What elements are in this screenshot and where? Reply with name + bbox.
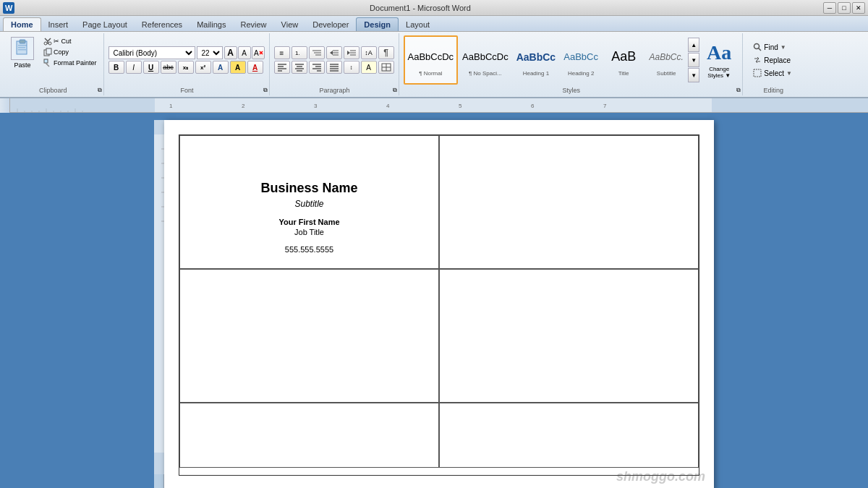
style-title-label: Title <box>618 70 629 77</box>
styles-content: AaBbCcDc ¶ Normal AaBbCcDc ¶ No Spaci...… <box>404 35 739 94</box>
card-your-name[interactable]: Your First Name <box>278 218 339 226</box>
justify-button[interactable] <box>326 61 342 74</box>
svg-text:7: 7 <box>603 103 607 109</box>
underline-button[interactable]: U <box>143 61 159 74</box>
italic-button[interactable]: I <box>126 61 142 74</box>
tab-pagelayout[interactable]: Page Layout <box>75 18 135 31</box>
copy-button[interactable]: Copy <box>41 47 99 57</box>
grow-font-button[interactable]: A <box>224 46 237 59</box>
tab-layout[interactable]: Layout <box>399 18 437 31</box>
styles-launcher[interactable]: ⧉ <box>736 87 741 94</box>
style-heading1-label: Heading 1 <box>523 70 549 77</box>
style-nospacing[interactable]: AaBbCcDc ¶ No Spaci... <box>459 35 512 85</box>
style-normal[interactable]: AaBbCcDc ¶ Normal <box>404 35 459 85</box>
svg-rect-68 <box>10 98 155 112</box>
font-launcher[interactable]: ⧉ <box>263 87 268 94</box>
style-subtitle-label: Subtitle <box>657 70 676 77</box>
style-nospacing-label: ¶ No Spaci... <box>469 70 502 77</box>
tab-developer[interactable]: Developer <box>305 18 356 31</box>
align-center-button[interactable] <box>292 61 307 74</box>
card-cell-bottom-left[interactable] <box>179 403 439 468</box>
tab-design[interactable]: Design <box>356 17 399 31</box>
align-left-button[interactable] <box>274 61 290 74</box>
line-spacing-button[interactable]: ↕ <box>344 61 359 74</box>
styles-scroll-up[interactable]: ▲ <box>688 38 699 52</box>
tab-home[interactable]: Home <box>3 17 41 31</box>
svg-point-8 <box>48 42 51 45</box>
align-row: ↕ A <box>274 61 394 74</box>
svg-rect-10 <box>46 48 51 54</box>
decrease-indent-button[interactable] <box>326 46 342 59</box>
find-button[interactable]: Find ▼ <box>750 41 795 53</box>
select-label: Select <box>764 69 784 77</box>
paste-icon <box>11 37 34 60</box>
title-bar: W Document1 - Microsoft Word ─ □ ✕ <box>0 0 868 16</box>
style-title[interactable]: AaB Title <box>603 35 644 85</box>
format-painter-button[interactable]: Format Painter <box>41 58 99 68</box>
bullets-button[interactable]: ≡ <box>274 46 290 59</box>
svg-marker-20 <box>330 51 333 55</box>
style-subtitle[interactable]: AaBbCc. Subtitle <box>645 35 687 85</box>
minimize-button[interactable]: ─ <box>823 2 836 14</box>
change-styles-button[interactable]: Aa ChangeStyles ▼ <box>700 38 738 82</box>
font-color-button[interactable]: A <box>247 61 263 74</box>
superscript-button[interactable]: x² <box>195 61 211 74</box>
tab-view[interactable]: View <box>274 18 306 31</box>
increase-indent-button[interactable] <box>344 46 359 59</box>
card-cell-bottom-right[interactable] <box>439 403 699 468</box>
cut-label: ✂ Cut <box>54 38 72 45</box>
app-icon: W <box>3 2 14 14</box>
multilevel-list-button[interactable] <box>309 46 325 59</box>
paste-button[interactable]: Paste <box>6 35 39 71</box>
text-highlight-button[interactable]: A <box>230 61 246 74</box>
styles-expand[interactable]: ▼ <box>688 68 699 82</box>
select-button[interactable]: Select ▼ <box>750 67 795 79</box>
close-button[interactable]: ✕ <box>852 2 865 14</box>
svg-text:A: A <box>254 49 259 57</box>
maximize-button[interactable]: □ <box>838 2 851 14</box>
card-cell-middle-left[interactable] <box>179 269 439 403</box>
font-name-select[interactable]: Calibri (Body) <box>109 46 195 59</box>
card-cell-top-right[interactable] <box>439 135 699 269</box>
card-phone[interactable]: 555.555.5555 <box>285 245 333 254</box>
shading-button[interactable]: A <box>361 61 377 74</box>
style-heading2[interactable]: AaBbCc Heading 2 <box>560 35 602 85</box>
svg-rect-69 <box>712 98 868 112</box>
shrink-font-button[interactable]: A <box>238 46 251 59</box>
style-heading1[interactable]: AaBbCc Heading 1 <box>513 35 559 85</box>
business-card-cell[interactable]: S Business Name Subtitle Your First Name… <box>179 135 439 269</box>
card-job-title[interactable]: Job Title <box>294 228 324 236</box>
replace-button[interactable]: Replace <box>750 54 795 66</box>
borders-button[interactable] <box>378 61 394 74</box>
tab-insert[interactable]: Insert <box>41 18 76 31</box>
bold-button[interactable]: B <box>109 61 124 74</box>
strikethrough-button[interactable]: abc <box>161 61 176 74</box>
cut-button[interactable]: ✂ Cut <box>41 36 99 46</box>
clear-format-button[interactable]: A <box>252 46 265 59</box>
tab-references[interactable]: References <box>135 18 190 31</box>
numbering-button[interactable]: 1. <box>292 46 307 59</box>
clipboard-launcher[interactable]: ⧉ <box>98 87 102 94</box>
card-cell-middle-right[interactable] <box>439 269 699 403</box>
ruler-content: 1 2 3 4 5 6 7 <box>10 98 868 112</box>
svg-text:4: 4 <box>386 103 390 109</box>
sort-button[interactable]: ↕A <box>361 46 377 59</box>
show-hide-button[interactable]: ¶ <box>378 46 394 59</box>
paragraph-launcher[interactable]: ⧉ <box>393 87 397 94</box>
card-business-name[interactable]: Business Name <box>260 181 357 196</box>
styles-scroll-down[interactable]: ▼ <box>688 53 699 67</box>
subscript-button[interactable]: x₂ <box>178 61 194 74</box>
style-subtitle-preview: AaBbCc. <box>649 44 683 70</box>
editing-group: Find ▼ Replace Select ▼ Editing <box>744 33 802 95</box>
window-controls[interactable]: ─ □ ✕ <box>823 2 865 14</box>
format-painter-label: Format Painter <box>54 59 97 67</box>
text-effects-button[interactable]: A <box>213 61 229 74</box>
card-subtitle[interactable]: Subtitle <box>294 199 323 209</box>
editing-group-label: Editing <box>744 87 802 94</box>
svg-line-48 <box>759 48 762 51</box>
tab-mailings[interactable]: Mailings <box>190 18 233 31</box>
font-size-select[interactable]: 22 <box>197 46 223 59</box>
tab-review[interactable]: Review <box>233 18 273 31</box>
font-name-row: Calibri (Body) 22 A A A <box>109 46 265 59</box>
align-right-button[interactable] <box>309 61 325 74</box>
